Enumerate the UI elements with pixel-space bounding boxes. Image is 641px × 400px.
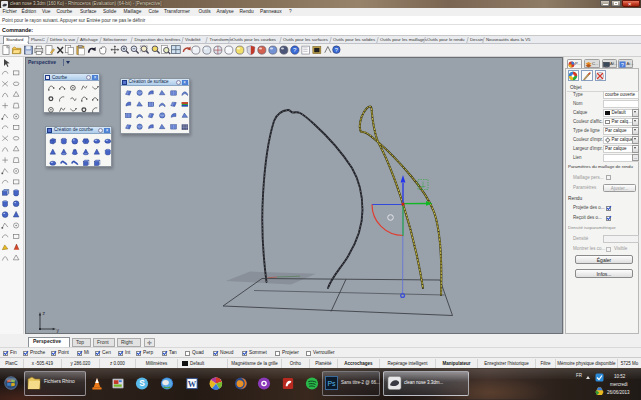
svg-text:y: y bbox=[57, 327, 60, 333]
svg-text:?: ? bbox=[335, 47, 338, 53]
svg-text:?: ? bbox=[621, 61, 624, 67]
svg-text:?: ? bbox=[293, 46, 297, 53]
svg-text:S: S bbox=[139, 378, 145, 388]
svg-text:z: z bbox=[43, 310, 46, 316]
svg-text:W: W bbox=[187, 380, 196, 389]
